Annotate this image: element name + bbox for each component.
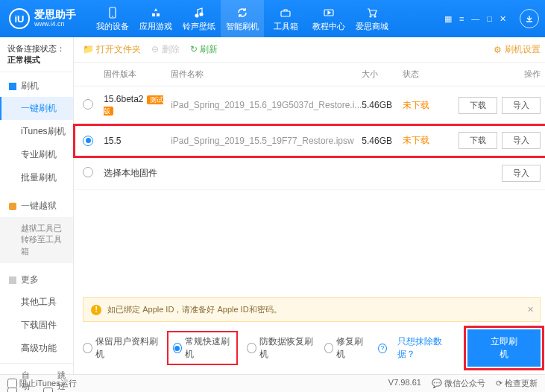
opt-normal-fast[interactable]: 常规快速刷机 <box>168 332 236 364</box>
toolbox-icon <box>279 6 292 19</box>
settings-icon-win[interactable]: ≡ <box>459 14 464 23</box>
opt-anti-recovery[interactable]: 防数据恢复刷机 <box>247 335 314 361</box>
video-icon <box>322 6 335 19</box>
row-radio[interactable] <box>83 99 93 110</box>
music-icon <box>192 6 206 19</box>
maximize-icon[interactable]: □ <box>487 14 492 23</box>
close-icon[interactable]: ✕ <box>500 14 506 24</box>
nav-ringtones[interactable]: 铃声壁纸 <box>177 0 221 37</box>
sidebar-group-more[interactable]: 更多 <box>0 269 73 291</box>
top-nav: 我的设备 应用游戏 铃声壁纸 智能刷机 工具箱 教程中心 爱思商城 <box>91 0 394 37</box>
sidebar-group-flash[interactable]: 刷机 <box>0 75 73 97</box>
refresh-icon <box>236 6 249 19</box>
sidebar-item-pro-flash[interactable]: 专业刷机 <box>0 143 73 166</box>
svg-point-6 <box>370 16 371 17</box>
import-button[interactable]: 导入 <box>502 132 541 149</box>
radio-icon <box>324 343 333 353</box>
table-row-local[interactable]: 选择本地固件 导入 <box>74 157 545 190</box>
block-itunes-checkbox[interactable] <box>7 379 17 388</box>
svg-point-7 <box>374 16 376 17</box>
import-button[interactable]: 导入 <box>502 97 541 114</box>
download-button[interactable]: 下载 <box>459 97 497 114</box>
wechat-link[interactable]: 💬 微信公众号 <box>432 378 485 389</box>
lock-icon <box>9 203 16 210</box>
app-logo: iU 爱思助手 www.i4.cn <box>6 8 76 29</box>
connection-status: 设备连接状态：正常模式 <box>0 37 73 72</box>
titlebar: iU 爱思助手 www.i4.cn 我的设备 应用游戏 铃声壁纸 智能刷机 工具… <box>0 0 545 37</box>
delete-button[interactable]: ⊖ 删除 <box>151 43 179 56</box>
download-indicator-icon[interactable] <box>520 9 539 28</box>
square-icon <box>9 276 16 284</box>
opt-keep-data[interactable]: 保留用户资料刷机 <box>83 335 158 361</box>
app-url: www.i4.cn <box>34 21 76 28</box>
import-button[interactable]: 导入 <box>502 165 541 182</box>
menu-icon[interactable]: ▦ <box>444 14 452 24</box>
sidebar-item-batch-flash[interactable]: 批量刷机 <box>0 166 73 189</box>
jailbreak-moved-note: 越狱工具已转移至工具箱 <box>0 217 73 263</box>
opt-repair[interactable]: 修复刷机 <box>324 335 368 361</box>
flash-options: 保留用户资料刷机 常规快速刷机 防数据恢复刷机 修复刷机 ? 只想抹除数据？ 立… <box>74 322 545 374</box>
window-controls: ▦ ≡ — □ ✕ <box>444 9 539 28</box>
svg-point-2 <box>195 14 198 17</box>
main-panel: 📁 打开文件夹 ⊖ 删除 ↻ 刷新 ⚙ 刷机设置 固件版本 固件名称 大小 状态… <box>74 37 545 374</box>
version-label: V7.98.61 <box>388 378 421 389</box>
close-warning-icon[interactable]: ✕ <box>527 305 534 314</box>
nav-apps[interactable]: 应用游戏 <box>134 0 177 37</box>
cart-icon <box>365 6 379 19</box>
appleid-warning: ! 如已绑定 Apple ID，请准备好 Apple ID和密码。 ✕ <box>83 297 541 322</box>
sidebar-item-advanced[interactable]: 高级功能 <box>0 337 73 360</box>
nav-tutorials[interactable]: 教程中心 <box>307 0 350 37</box>
sidebar-item-download-fw[interactable]: 下载固件 <box>0 314 73 337</box>
nav-my-device[interactable]: 我的设备 <box>91 0 134 37</box>
table-row[interactable]: 15.5 iPad_Spring_2019_15.5_19F77_Restore… <box>74 124 545 157</box>
flash-settings-button[interactable]: ⚙ 刷机设置 <box>494 43 541 56</box>
logo-icon: iU <box>9 8 30 29</box>
sidebar-item-oneclick-flash[interactable]: 一键刷机 <box>0 97 73 120</box>
warning-icon: ! <box>91 305 101 315</box>
info-icon[interactable]: ? <box>378 344 387 353</box>
status-bar: 阻止iTunes运行 V7.98.61 💬 微信公众号 ⟳ 检查更新 <box>0 374 545 392</box>
row-radio[interactable] <box>83 167 93 177</box>
flash-now-button[interactable]: 立即刷机 <box>467 329 541 367</box>
table-row[interactable]: 15.6beta2测试版 iPad_Spring_2019_15.6_19G50… <box>74 86 545 124</box>
check-update-link[interactable]: ⟳ 检查更新 <box>496 378 538 389</box>
radio-icon <box>247 343 256 353</box>
svg-rect-4 <box>281 11 290 16</box>
sidebar-group-jailbreak[interactable]: 一键越狱 <box>0 195 73 217</box>
app-name: 爱思助手 <box>34 9 76 20</box>
svg-point-3 <box>200 13 203 16</box>
nav-flash[interactable]: 智能刷机 <box>221 0 264 37</box>
refresh-button[interactable]: ↻ 刷新 <box>190 43 218 56</box>
square-icon <box>9 83 16 90</box>
nav-toolbox[interactable]: 工具箱 <box>264 0 307 37</box>
phone-icon <box>106 6 119 19</box>
sidebar-item-other-tools[interactable]: 其他工具 <box>0 291 73 314</box>
radio-icon <box>83 343 92 353</box>
erase-only-link[interactable]: 只想抹除数据？ <box>397 335 453 361</box>
nav-store[interactable]: 爱思商城 <box>350 0 394 37</box>
sidebar-item-itunes-flash[interactable]: iTunes刷机 <box>0 120 73 143</box>
open-folder-button[interactable]: 📁 打开文件夹 <box>83 43 141 56</box>
sidebar: 设备连接状态：正常模式 刷机 一键刷机 iTunes刷机 专业刷机 批量刷机 一… <box>0 37 74 374</box>
minimize-icon[interactable]: — <box>471 14 479 23</box>
download-button[interactable]: 下载 <box>459 132 497 149</box>
toolbar: 📁 打开文件夹 ⊖ 删除 ↻ 刷新 ⚙ 刷机设置 <box>74 37 545 63</box>
table-header: 固件版本 固件名称 大小 状态 操作 <box>74 63 545 86</box>
radio-icon <box>173 343 182 353</box>
apps-icon <box>149 6 163 19</box>
row-radio[interactable] <box>83 136 93 146</box>
